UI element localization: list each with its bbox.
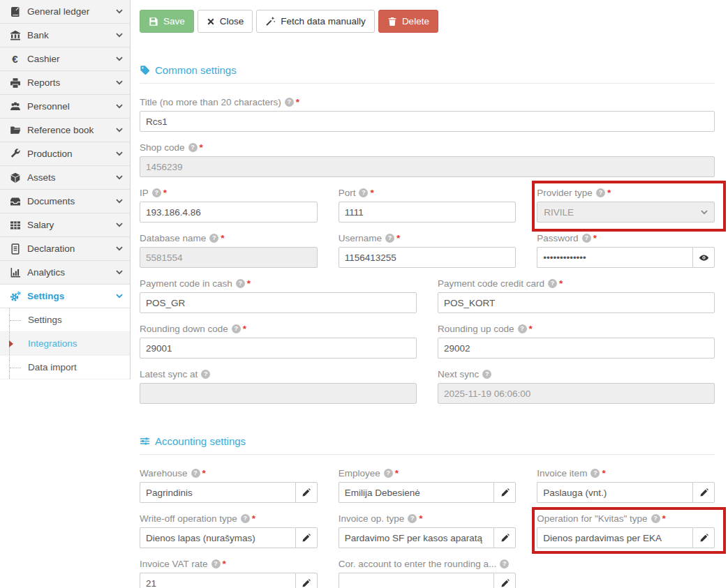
fetch-data-manually-button[interactable]: Fetch data manually xyxy=(256,10,375,33)
sidebar-item-label: Assets xyxy=(27,172,116,183)
help-icon[interactable]: ? xyxy=(191,469,200,478)
password-label: Password xyxy=(537,233,578,243)
writeoff-type-edit-button[interactable] xyxy=(295,527,318,548)
sidebar-item-label: General ledger xyxy=(27,6,116,17)
employee-input[interactable] xyxy=(339,482,494,503)
cor-account-input[interactable] xyxy=(339,573,494,588)
sidebar-item-general-ledger[interactable]: General ledger xyxy=(0,0,131,24)
help-icon[interactable]: ? xyxy=(385,234,394,243)
help-icon[interactable]: ? xyxy=(209,234,218,243)
help-icon[interactable]: ? xyxy=(482,370,491,379)
invoice-op-type-edit-button[interactable] xyxy=(493,527,516,548)
help-icon[interactable]: ? xyxy=(384,469,393,478)
rounding-down-label: Rounding down code xyxy=(140,324,228,334)
magic-wand-icon xyxy=(265,16,276,27)
sidebar-item-analytics[interactable]: Analytics xyxy=(0,261,131,285)
sidebar-item-documents[interactable]: Documents xyxy=(0,190,131,213)
port-input[interactable] xyxy=(339,202,517,223)
vat-rate-input[interactable] xyxy=(140,573,295,588)
invoice-item-input[interactable] xyxy=(537,482,692,503)
save-button[interactable]: Save xyxy=(140,10,194,33)
sidebar-item-settings[interactable]: Settings xyxy=(0,285,131,308)
password-visibility-toggle[interactable] xyxy=(692,247,715,268)
sidebar-item-reference-book[interactable]: Reference book xyxy=(0,119,131,142)
required-asterisk: * xyxy=(370,188,373,198)
chevron-down-icon xyxy=(116,175,123,180)
payment-card-input[interactable] xyxy=(438,292,715,313)
required-asterisk: * xyxy=(396,233,400,243)
pencil-icon xyxy=(699,488,708,497)
close-button[interactable]: Close xyxy=(198,10,253,33)
sidebar-item-label: Analytics xyxy=(27,267,116,278)
table-icon xyxy=(8,220,22,231)
sidebar-item-reports[interactable]: Reports xyxy=(0,71,131,95)
payment-cash-input[interactable] xyxy=(140,292,417,313)
help-icon[interactable]: ? xyxy=(232,324,241,333)
vat-rate-label: Invoice VAT rate xyxy=(140,559,208,569)
employee-edit-button[interactable] xyxy=(493,482,516,503)
bank-icon xyxy=(8,30,22,41)
form-row: Latest sync at? Next sync? xyxy=(140,368,715,404)
submenu-item-integrations[interactable]: Integrations xyxy=(0,332,130,356)
help-icon[interactable]: ? xyxy=(152,188,161,197)
username-input[interactable] xyxy=(339,247,517,268)
submenu-item-data-import[interactable]: Data import xyxy=(0,356,130,379)
sidebar-item-salary[interactable]: Salary xyxy=(0,213,131,237)
writeoff-type-input[interactable] xyxy=(140,527,295,548)
inbox-icon xyxy=(8,196,22,207)
sidebar-item-production[interactable]: Production xyxy=(0,142,131,166)
help-icon[interactable]: ? xyxy=(408,514,417,523)
chevron-down-icon xyxy=(116,33,123,38)
sidebar-item-declaration[interactable]: Declaration xyxy=(0,237,131,261)
sidebar-item-personnel[interactable]: Personnel xyxy=(0,95,131,119)
title-label: Title (no more than 20 characters) xyxy=(140,97,281,107)
gears-icon xyxy=(8,291,22,302)
kvitas-operation-edit-button[interactable] xyxy=(692,527,715,548)
sidebar-item-cashier[interactable]: € Cashier xyxy=(0,47,131,71)
invoice-item-edit-button[interactable] xyxy=(692,482,715,503)
help-icon[interactable]: ? xyxy=(285,98,294,107)
submenu-item-settings[interactable]: Settings xyxy=(0,308,130,332)
help-icon[interactable]: ? xyxy=(518,324,527,333)
help-icon[interactable]: ? xyxy=(596,188,605,197)
cor-account-edit-button[interactable] xyxy=(493,573,516,588)
kvitas-operation-input[interactable] xyxy=(537,527,692,548)
warehouse-input[interactable] xyxy=(140,482,295,503)
help-icon[interactable]: ? xyxy=(582,234,591,243)
required-asterisk: * xyxy=(559,278,563,289)
help-icon[interactable]: ? xyxy=(500,559,509,568)
rounding-down-input[interactable] xyxy=(140,338,417,359)
help-icon[interactable]: ? xyxy=(359,188,368,197)
password-input[interactable] xyxy=(537,247,692,268)
sidebar-item-bank[interactable]: Bank xyxy=(0,24,131,47)
provider-type-label: Provider type xyxy=(537,188,593,198)
pencil-icon xyxy=(302,579,311,588)
writeoff-type-label: Write-off operation type xyxy=(140,513,237,524)
sidebar-item-assets[interactable]: Assets xyxy=(0,166,131,190)
ip-input[interactable] xyxy=(140,202,318,223)
sliders-icon xyxy=(140,436,150,446)
help-icon[interactable]: ? xyxy=(590,469,600,478)
help-icon[interactable]: ? xyxy=(201,370,210,379)
help-icon[interactable]: ? xyxy=(548,279,557,288)
form-row: Shop code?* xyxy=(140,141,715,177)
title-input[interactable] xyxy=(140,111,715,132)
folder-icon xyxy=(8,125,22,136)
required-asterisk: * xyxy=(223,559,226,569)
form-row: Payment code in cash?* Payment code cred… xyxy=(140,277,715,313)
help-icon[interactable]: ? xyxy=(188,143,198,152)
chevron-down-icon xyxy=(116,9,123,14)
vat-rate-edit-button[interactable] xyxy=(295,573,318,588)
delete-button[interactable]: Delete xyxy=(378,10,438,33)
required-asterisk: * xyxy=(593,233,597,243)
help-icon[interactable]: ? xyxy=(241,514,250,523)
required-asterisk: * xyxy=(602,468,605,478)
help-icon[interactable]: ? xyxy=(211,559,221,568)
required-asterisk: * xyxy=(247,278,251,289)
warehouse-edit-button[interactable] xyxy=(295,482,318,503)
help-icon[interactable]: ? xyxy=(651,514,660,523)
rounding-up-input[interactable] xyxy=(438,338,715,359)
invoice-op-type-input[interactable] xyxy=(339,527,494,548)
required-asterisk: * xyxy=(163,188,167,198)
help-icon[interactable]: ? xyxy=(236,279,245,288)
